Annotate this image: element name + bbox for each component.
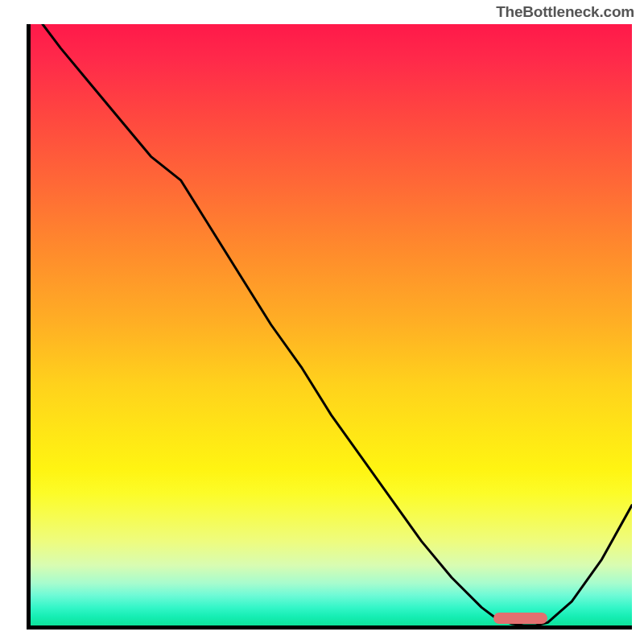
bottleneck-curve	[31, 24, 632, 625]
plot-area	[31, 24, 632, 625]
optimal-range-marker	[493, 613, 547, 624]
watermark: TheBottleneck.com	[496, 3, 634, 21]
